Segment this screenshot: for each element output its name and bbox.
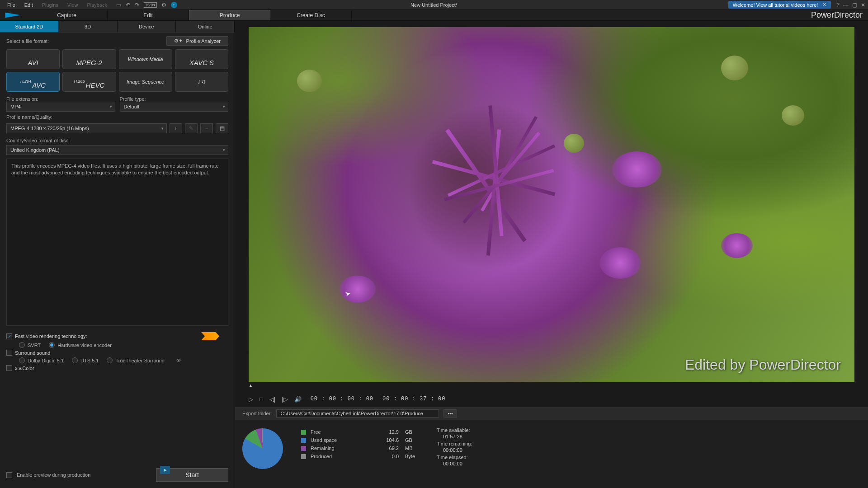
- legend-used: Used space 104.6GB: [301, 437, 419, 443]
- prev-frame-button[interactable]: ◁|: [269, 396, 275, 403]
- format-h265-hevc[interactable]: H.265HEVC: [62, 72, 116, 92]
- time-available-value: 01:57:28: [437, 434, 472, 439]
- export-folder-label: Export folder:: [242, 411, 272, 416]
- format-label: Select a file format:: [6, 38, 166, 44]
- music-notes-icon: ♪♫: [198, 78, 206, 85]
- preview-panel: Edited by PowerDirector ➤ ▷ □ ◁| |▷ 🔊 00…: [235, 21, 868, 488]
- welcome-close-icon[interactable]: ✕: [822, 2, 826, 8]
- timeline-scrubber[interactable]: [249, 382, 854, 389]
- subtab-device[interactable]: Device: [118, 21, 176, 32]
- format-audio[interactable]: ♪♫: [175, 72, 228, 92]
- xvcolor-label: x.v.Color: [15, 366, 34, 371]
- export-folder-path: C:\Users\Cat\Documents\CyberLink\PowerDi…: [276, 409, 439, 418]
- hw-encoder-radio[interactable]: [49, 342, 55, 348]
- svrt-label: SVRT: [28, 343, 41, 348]
- play-button[interactable]: ▷: [249, 396, 253, 403]
- swatch-free-icon: [301, 430, 306, 435]
- xvcolor-checkbox[interactable]: [6, 365, 12, 371]
- format-mpeg2[interactable]: MPEG-2: [62, 49, 116, 69]
- new-project-icon[interactable]: ▭: [116, 2, 121, 8]
- menu-view: View: [63, 2, 83, 8]
- add-profile-button[interactable]: +: [170, 123, 182, 133]
- redo-icon[interactable]: ↷: [135, 2, 139, 8]
- menu-file[interactable]: File: [3, 2, 20, 8]
- subtab-3d[interactable]: 3D: [59, 21, 118, 32]
- profile-name-label: Profile name/Quality:: [6, 114, 228, 120]
- country-format-dropdown[interactable]: United Kingdom (PAL): [6, 145, 228, 155]
- swatch-produced-icon: [301, 454, 306, 459]
- format-h264-avc[interactable]: H.264AVC: [6, 72, 60, 92]
- profile-type-label: Profile type:: [120, 96, 146, 102]
- close-icon[interactable]: ✕: [861, 2, 865, 8]
- maximize-icon[interactable]: ▢: [852, 2, 857, 8]
- welcome-text: Welcome! View all tutorial videos here!: [733, 2, 818, 8]
- cloud-icon[interactable]: ↑: [171, 2, 177, 8]
- edit-profile-button[interactable]: ✎: [185, 123, 198, 133]
- hw-encoder-label: Hardware video encoder: [57, 343, 112, 348]
- start-button[interactable]: ▶ Start: [156, 468, 228, 482]
- playback-controls: ▷ □ ◁| |▷ 🔊 00 : 00 : 00 : 00 00 : 00 : …: [235, 391, 868, 407]
- format-avi[interactable]: AVI: [6, 49, 60, 69]
- browse-folder-button[interactable]: •••: [443, 409, 457, 418]
- time-elapsed-label: Time elapsed:: [437, 455, 472, 460]
- menubar: File Edit Plugins View Playback ▭ ↶ ↷ 16…: [0, 0, 868, 10]
- swatch-remaining-icon: [301, 446, 306, 451]
- start-label: Start: [185, 471, 199, 479]
- dts-radio[interactable]: [72, 357, 78, 363]
- legend-free: Free 12.9GB: [301, 429, 419, 435]
- profile-details-button[interactable]: ▤: [216, 123, 228, 133]
- enable-preview-label: Enable preview during production: [17, 472, 90, 478]
- mode-tab-create-disc[interactable]: Create Disc: [270, 10, 352, 20]
- time-remaining-value: 00:00:00: [437, 447, 472, 453]
- start-play-icon: ▶: [160, 466, 170, 474]
- next-frame-button[interactable]: |▷: [282, 396, 288, 403]
- minimize-icon[interactable]: ―: [843, 2, 849, 8]
- project-title: New Untitled Project*: [410, 2, 458, 8]
- dolby-radio[interactable]: [19, 357, 25, 363]
- surround-preview-icon[interactable]: 👁: [176, 358, 181, 363]
- mode-tab-capture[interactable]: Capture: [26, 10, 108, 20]
- time-available-label: Time available:: [437, 427, 472, 433]
- produce-panel: Standard 2D 3D Device Online Select a fi…: [0, 21, 235, 488]
- subtab-online[interactable]: Online: [176, 21, 235, 32]
- fast-render-label: Fast video rendering technology:: [15, 333, 87, 339]
- app-logo-icon: [2, 11, 24, 19]
- menu-edit[interactable]: Edit: [20, 2, 38, 8]
- brand-label: PowerDirector: [811, 10, 868, 20]
- profile-name-dropdown[interactable]: MPEG-4 1280 x 720/25p (16 Mbps): [6, 123, 167, 133]
- velocity-badge-icon: [201, 332, 219, 340]
- dolby-label: Dolby Digital 5.1: [28, 358, 64, 363]
- truetheater-radio[interactable]: [107, 357, 113, 363]
- format-image-sequence[interactable]: Image Sequence: [119, 72, 172, 92]
- aspect-icon[interactable]: 16:9▾: [144, 2, 157, 8]
- remove-profile-button[interactable]: −: [200, 123, 213, 133]
- dts-label: DTS 5.1: [80, 358, 99, 363]
- fast-render-checkbox[interactable]: [6, 333, 12, 339]
- settings-icon[interactable]: ⚙: [161, 2, 166, 8]
- help-icon[interactable]: ?: [836, 2, 840, 8]
- subtab-standard-2d[interactable]: Standard 2D: [0, 21, 59, 32]
- welcome-banner[interactable]: Welcome! View all tutorial videos here! …: [728, 1, 831, 9]
- undo-icon[interactable]: ↶: [126, 2, 130, 8]
- file-extension-label: File extension:: [6, 96, 38, 102]
- profile-type-dropdown[interactable]: Default: [120, 102, 229, 112]
- format-windows-media[interactable]: Windows Media: [119, 49, 172, 69]
- file-extension-dropdown[interactable]: MP4: [6, 102, 115, 112]
- mode-tab-produce[interactable]: Produce: [189, 10, 270, 20]
- toolbar-icons: ▭ ↶ ↷ 16:9▾ ⚙ ↑: [116, 2, 177, 8]
- watermark-text: Edited by PowerDirector: [685, 357, 841, 373]
- preview-video: Edited by PowerDirector ➤: [249, 27, 854, 382]
- menu-plugins: Plugins: [38, 2, 63, 8]
- swatch-used-icon: [301, 438, 306, 443]
- surround-checkbox[interactable]: [6, 350, 12, 356]
- stop-button[interactable]: □: [259, 396, 263, 403]
- time-elapsed-value: 00:00:00: [437, 461, 472, 466]
- current-time: 00 : 00 : 00 : 00: [311, 396, 373, 402]
- profile-analyzer-button[interactable]: ⚙✦ Profile Analyzer: [166, 36, 228, 46]
- enable-preview-checkbox[interactable]: [6, 472, 12, 478]
- svrt-radio[interactable]: [19, 342, 25, 348]
- volume-button[interactable]: 🔊: [294, 396, 302, 403]
- format-xavcs[interactable]: XAVC S: [175, 49, 228, 69]
- mode-tab-edit[interactable]: Edit: [108, 10, 189, 20]
- profile-description: This profile encodes MPEG-4 video files.…: [6, 159, 228, 326]
